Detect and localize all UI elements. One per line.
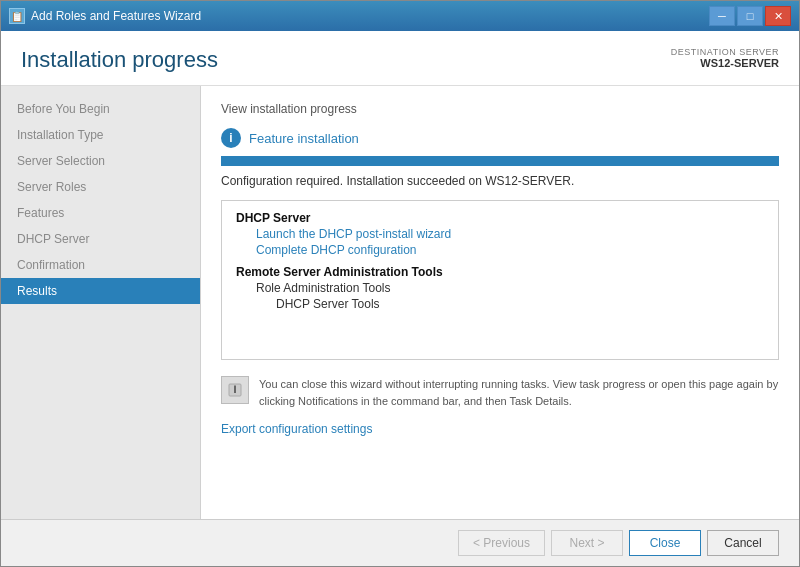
result-rsat: Remote Server Administration Tools bbox=[236, 265, 764, 279]
result-launch-dhcp[interactable]: Launch the DHCP post-install wizard bbox=[236, 227, 764, 241]
sidebar-item-confirmation[interactable]: Confirmation bbox=[1, 252, 200, 278]
next-button[interactable]: Next > bbox=[551, 530, 623, 556]
status-text: Configuration required. Installation suc… bbox=[221, 174, 779, 188]
maximize-button[interactable]: □ bbox=[737, 6, 763, 26]
page-title: Installation progress bbox=[21, 47, 218, 73]
title-bar-left: 📋 Add Roles and Features Wizard bbox=[9, 8, 201, 24]
export-link[interactable]: Export configuration settings bbox=[221, 422, 372, 436]
content-area: Installation progress DESTINATION SERVER… bbox=[1, 31, 799, 519]
result-dhcp-server-tools: DHCP Server Tools bbox=[236, 297, 764, 311]
footer: < Previous Next > Close Cancel bbox=[1, 519, 799, 566]
sidebar-item-dhcp-server[interactable]: DHCP Server bbox=[1, 226, 200, 252]
cancel-button[interactable]: Cancel bbox=[707, 530, 779, 556]
result-role-admin-tools: Role Administration Tools bbox=[236, 281, 764, 295]
title-bar: 📋 Add Roles and Features Wizard ─ □ ✕ bbox=[1, 1, 799, 31]
progress-bar-fill bbox=[221, 156, 779, 166]
section-title: View installation progress bbox=[221, 102, 779, 116]
sidebar-item-server-roles[interactable]: Server Roles bbox=[1, 174, 200, 200]
minimize-button[interactable]: ─ bbox=[709, 6, 735, 26]
svg-rect-1 bbox=[234, 387, 236, 393]
window-controls: ─ □ ✕ bbox=[709, 6, 791, 26]
notification-icon bbox=[221, 376, 249, 404]
notification-area: You can close this wizard without interr… bbox=[221, 374, 779, 411]
window-title: Add Roles and Features Wizard bbox=[31, 9, 201, 23]
feature-title: Feature installation bbox=[249, 131, 359, 146]
result-dhcp-server: DHCP Server bbox=[236, 211, 764, 225]
destination-server: DESTINATION SERVER WS12-SERVER bbox=[671, 47, 779, 69]
window-close-button[interactable]: ✕ bbox=[765, 6, 791, 26]
close-button[interactable]: Close bbox=[629, 530, 701, 556]
main-body: Before You Begin Installation Type Serve… bbox=[1, 86, 799, 519]
sidebar-item-installation-type[interactable]: Installation Type bbox=[1, 122, 200, 148]
info-icon: i bbox=[221, 128, 241, 148]
sidebar-item-before-you-begin[interactable]: Before You Begin bbox=[1, 96, 200, 122]
sidebar-item-server-selection[interactable]: Server Selection bbox=[1, 148, 200, 174]
main-window: 📋 Add Roles and Features Wizard ─ □ ✕ In… bbox=[0, 0, 800, 567]
previous-button[interactable]: < Previous bbox=[458, 530, 545, 556]
header-area: Installation progress DESTINATION SERVER… bbox=[1, 31, 799, 86]
progress-bar-container bbox=[221, 156, 779, 166]
server-name: WS12-SERVER bbox=[671, 57, 779, 69]
result-complete-dhcp[interactable]: Complete DHCP configuration bbox=[236, 243, 764, 257]
main-content: View installation progress i Feature ins… bbox=[201, 86, 799, 519]
feature-installation-header: i Feature installation bbox=[221, 128, 779, 148]
destination-label: DESTINATION SERVER bbox=[671, 47, 779, 57]
sidebar-item-results[interactable]: Results bbox=[1, 278, 200, 304]
sidebar-item-features[interactable]: Features bbox=[1, 200, 200, 226]
results-box: DHCP Server Launch the DHCP post-install… bbox=[221, 200, 779, 360]
window-icon: 📋 bbox=[9, 8, 25, 24]
sidebar: Before You Begin Installation Type Serve… bbox=[1, 86, 201, 519]
svg-rect-2 bbox=[234, 386, 236, 388]
notification-text: You can close this wizard without interr… bbox=[259, 376, 779, 409]
